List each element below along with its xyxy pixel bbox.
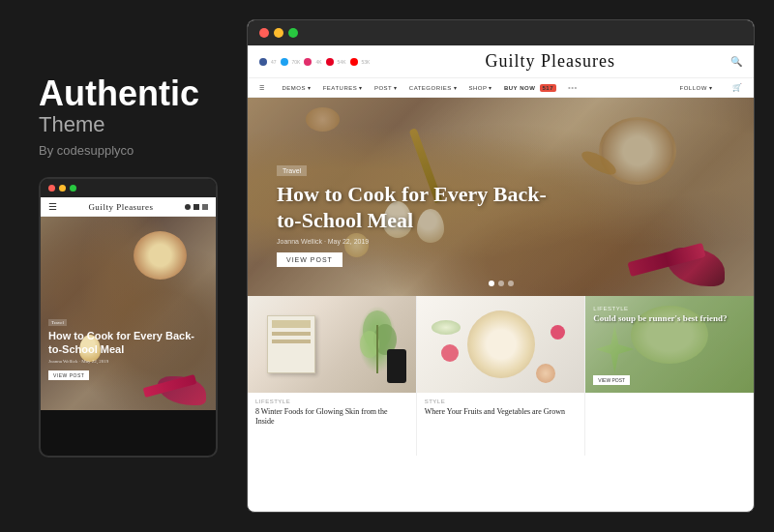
social-count-ig: 4K (315, 59, 321, 65)
left-panel: Authentic Theme By codesupplyco ☰ Guilty… (19, 65, 232, 468)
card-1-content: Lifestyle 8 Winter Foods for Glowing Ski… (248, 393, 416, 433)
social-count-yt: 53K (362, 59, 371, 65)
nav-item-demos[interactable]: DEMOS ▾ (283, 84, 312, 91)
mobile-search-icon (194, 204, 199, 210)
hero-tag: Travel (277, 165, 307, 176)
theme-title: Authentic (39, 74, 213, 113)
mobile-view-post-btn[interactable]: VIEW POST (48, 370, 89, 380)
mobile-dot-yellow (59, 185, 66, 192)
card3-view-btn[interactable]: VIEW POST (593, 375, 630, 385)
nav-item-buynow[interactable]: BUY NOW 517 (504, 85, 556, 91)
nav-hamburger-icon[interactable]: ☰ (259, 84, 265, 91)
social-row: 47 70K 4K 54K 53K (259, 58, 370, 66)
mobile-nav-icons (185, 204, 208, 210)
mobile-user-icon (202, 204, 208, 210)
twitter-icon (281, 58, 288, 66)
hero-dot-1[interactable] (489, 281, 494, 286)
hero-meta: Joanna Wellick · May 22, 2019 (277, 238, 548, 245)
mobile-author: Joanna Wellick · May 22, 2019 (48, 359, 208, 364)
hero-view-post-btn[interactable]: VIEW POST (277, 252, 342, 267)
instagram-icon (304, 58, 312, 66)
desktop-header: 47 70K 4K 54K 53K Guilty Pleasures 🔍 (248, 45, 754, 78)
nav-item-categories[interactable]: CATEGORIES ▾ (409, 84, 458, 91)
hero-dot-2[interactable] (498, 281, 504, 286)
cards-row: Lifestyle 8 Winter Foods for Glowing Ski… (248, 296, 754, 456)
card3-tag: Lifestyle (593, 306, 746, 311)
card2-food (467, 310, 535, 378)
social-count-fb: 47 (271, 59, 277, 65)
mobile-dot-red (48, 185, 55, 192)
desktop-dot-green (288, 28, 298, 38)
youtube-icon (350, 58, 358, 66)
buy-badge: 517 (540, 84, 557, 92)
desktop-dot-yellow (274, 28, 283, 38)
card1-book (267, 315, 315, 373)
nav-item-features[interactable]: FEATURES ▾ (323, 84, 363, 91)
card-1-title: 8 Winter Foods for Glowing Skin from the… (255, 407, 408, 428)
social-count-tw: 70K (292, 59, 301, 65)
card2-tomato (441, 344, 459, 362)
pinterest-icon (326, 58, 334, 66)
hero-content: Travel How to Cook for Every Back-to-Sch… (277, 160, 548, 267)
desktop-search-icon[interactable]: 🔍 (730, 56, 742, 67)
card1-phone (387, 349, 406, 383)
nav-dots[interactable]: ••• (568, 83, 578, 92)
nav-item-post[interactable]: POST ▾ (374, 84, 398, 91)
theme-subtitle: Theme (39, 112, 213, 137)
card2-fruit (536, 364, 555, 383)
card2-drops (551, 325, 565, 340)
card-2-title: Where Your Fruits and Vegetables are Gro… (425, 407, 578, 417)
card-3-image: Lifestyle Could soup be runner's best fr… (585, 296, 754, 393)
mobile-hero: Travel How to Cook for Every Back-to-Sch… (41, 217, 216, 410)
hero-dot-3[interactable] (508, 281, 514, 286)
nav-item-follow[interactable]: FOLLOW ▾ (679, 84, 712, 91)
mobile-logo: Guilty Pleasures (88, 202, 153, 212)
desktop-preview: 47 70K 4K 54K 53K Guilty Pleasures 🔍 ☰ D… (247, 19, 755, 513)
nav-item-shop[interactable]: SHOP ▾ (468, 84, 492, 91)
card3-text-overlay: Lifestyle Could soup be runner's best fr… (593, 306, 746, 324)
mobile-titlebar (41, 179, 216, 197)
mobile-dot-green (70, 185, 76, 192)
card-1-image (248, 296, 416, 393)
desktop-nav: ☰ DEMOS ▾ FEATURES ▾ POST ▾ CATEGORIES ▾… (248, 78, 754, 98)
card-2: Style Where Your Fruits and Vegetables a… (417, 296, 586, 456)
card-2-image (417, 296, 585, 393)
desktop-dot-red (259, 28, 269, 38)
hero-pagination-dots (489, 281, 514, 286)
social-count-pi: 54K (338, 59, 346, 65)
mobile-bowl (134, 231, 187, 280)
desktop-titlebar (248, 20, 754, 45)
facebook-icon (259, 58, 267, 66)
desktop-hero: Travel How to Cook for Every Back-to-Sch… (248, 98, 754, 296)
mobile-hero-tag: Travel (48, 319, 67, 326)
card-1-category: Lifestyle (255, 399, 408, 404)
desktop-logo: Guilty Pleasures (485, 51, 615, 72)
card3-title: Could soup be runner's best friend? (593, 313, 746, 324)
card-3: Lifestyle Could soup be runner's best fr… (585, 296, 754, 456)
mobile-hero-title: How to Cook for Every Back-to-School Mea… (48, 329, 208, 357)
mobile-nav: ☰ Guilty Pleasures (41, 197, 216, 217)
card-2-category: Style (425, 399, 578, 404)
theme-author: By codesupplyco (39, 143, 213, 158)
card-1: Lifestyle 8 Winter Foods for Glowing Ski… (248, 296, 417, 456)
hero-title: How to Cook for Every Back-to-School Mea… (277, 182, 548, 233)
mobile-hero-text: Travel How to Cook for Every Back-to-Sch… (48, 310, 208, 382)
card2-veg1 (432, 320, 461, 335)
mobile-cart-icon (185, 204, 191, 210)
card-2-content: Style Where Your Fruits and Vegetables a… (417, 393, 585, 423)
mobile-preview: ☰ Guilty Pleasures Travel How to Cook fo… (39, 177, 218, 458)
nav-cart-icon[interactable]: 🛒 (732, 83, 743, 92)
mobile-hamburger-icon: ☰ (48, 201, 57, 212)
